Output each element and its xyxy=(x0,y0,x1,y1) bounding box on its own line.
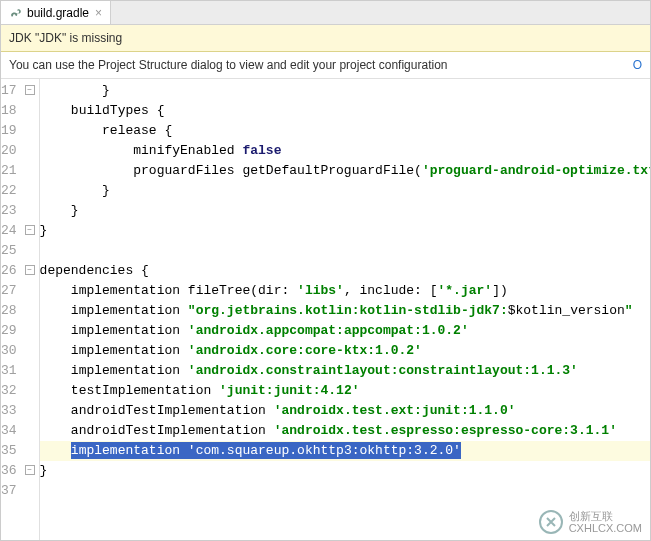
code-line: release { xyxy=(40,121,650,141)
code-line: } xyxy=(40,201,650,221)
line-number: 35 xyxy=(1,443,17,458)
line-number: 24 xyxy=(1,223,17,238)
fold-icon[interactable]: − xyxy=(25,85,35,95)
code-line: dependencies { xyxy=(40,261,650,281)
line-number: 25 xyxy=(1,243,17,258)
line-number: 23 xyxy=(1,203,17,218)
code-editor[interactable]: 17− 18 19 20 21 22 23 24− 25 26− 27 28 2… xyxy=(1,79,650,540)
line-number: 17 xyxy=(1,83,17,98)
hint-text: You can use the Project Structure dialog… xyxy=(9,58,448,72)
code-line: implementation 'androidx.core:core-ktx:1… xyxy=(40,341,650,361)
code-line: implementation "org.jetbrains.kotlin:kot… xyxy=(40,301,650,321)
line-number: 29 xyxy=(1,323,17,338)
code-line: } xyxy=(40,221,650,241)
line-number: 33 xyxy=(1,403,17,418)
line-number: 27 xyxy=(1,283,17,298)
line-number: 21 xyxy=(1,163,17,178)
code-line: } xyxy=(40,81,650,101)
line-number: 20 xyxy=(1,143,17,158)
warning-text: JDK "JDK" is missing xyxy=(9,31,122,45)
line-gutter: 17− 18 19 20 21 22 23 24− 25 26− 27 28 2… xyxy=(1,79,40,540)
code-line: proguardFiles getDefaultProguardFile('pr… xyxy=(40,161,650,181)
fold-icon[interactable]: − xyxy=(25,465,35,475)
fold-icon[interactable]: − xyxy=(25,265,35,275)
fold-icon[interactable]: − xyxy=(25,225,35,235)
ide-window: build.gradle × JDK "JDK" is missing You … xyxy=(0,0,651,541)
gradle-icon xyxy=(9,6,23,20)
line-number: 18 xyxy=(1,103,17,118)
close-icon[interactable]: × xyxy=(95,7,102,19)
watermark-icon xyxy=(539,510,563,534)
tab-build-gradle[interactable]: build.gradle × xyxy=(1,1,111,24)
code-line-selected: implementation 'com.squareup.okhttp3:okh… xyxy=(40,441,650,461)
code-line: implementation fileTree(dir: 'libs', inc… xyxy=(40,281,650,301)
hint-bar: You can use the Project Structure dialog… xyxy=(1,52,650,79)
code-line xyxy=(40,481,650,501)
code-line: androidTestImplementation 'androidx.test… xyxy=(40,401,650,421)
line-number: 31 xyxy=(1,363,17,378)
line-number: 26 xyxy=(1,263,17,278)
line-number: 22 xyxy=(1,183,17,198)
watermark-line2: CXHLCX.COM xyxy=(569,522,642,534)
watermark-line1: 创新互联 xyxy=(569,510,642,522)
code-line: implementation 'androidx.constraintlayou… xyxy=(40,361,650,381)
code-line: minifyEnabled false xyxy=(40,141,650,161)
warning-bar: JDK "JDK" is missing xyxy=(1,25,650,52)
code-line: } xyxy=(40,181,650,201)
line-number: 37 xyxy=(1,483,17,498)
code-line: testImplementation 'junit:junit:4.12' xyxy=(40,381,650,401)
code-line: } xyxy=(40,461,650,481)
code-line: implementation 'androidx.appcompat:appco… xyxy=(40,321,650,341)
line-number: 30 xyxy=(1,343,17,358)
code-line: androidTestImplementation 'androidx.test… xyxy=(40,421,650,441)
line-number: 34 xyxy=(1,423,17,438)
code-line xyxy=(40,241,650,261)
code-line: buildTypes { xyxy=(40,101,650,121)
line-number: 32 xyxy=(1,383,17,398)
hint-action[interactable]: O xyxy=(633,58,642,72)
tab-label: build.gradle xyxy=(27,6,89,20)
watermark: 创新互联 CXHLCX.COM xyxy=(539,510,642,534)
code-area[interactable]: } buildTypes { release { minifyEnabled f… xyxy=(40,79,650,540)
line-number: 19 xyxy=(1,123,17,138)
line-number: 28 xyxy=(1,303,17,318)
editor-tabs: build.gradle × xyxy=(1,1,650,25)
line-number: 36 xyxy=(1,463,17,478)
